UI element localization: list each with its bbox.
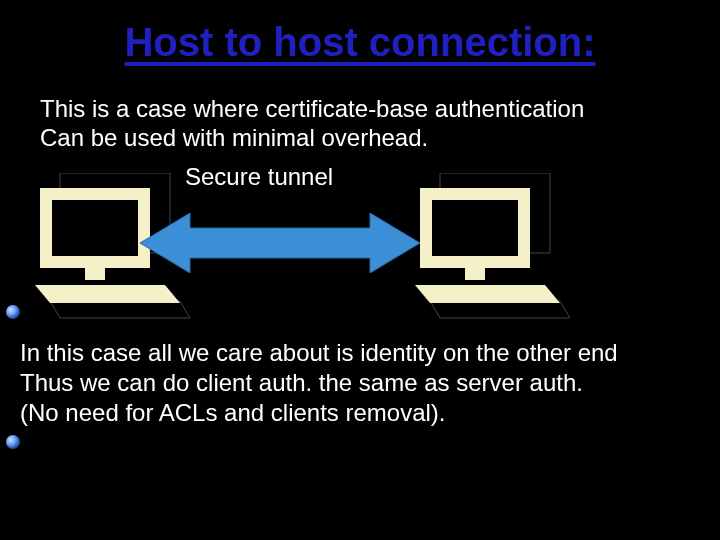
tunnel-diagram: Secure tunnel (0, 163, 720, 333)
conclusion-line-1: In this case all we care about is identi… (20, 339, 618, 366)
intro-line-1: This is a case where certificate-base au… (40, 95, 584, 122)
secure-tunnel-double-arrow-icon (140, 213, 420, 273)
svg-rect-3 (85, 268, 105, 280)
tunnel-label: Secure tunnel (185, 163, 333, 191)
svg-marker-5 (35, 285, 180, 303)
host-right-computer-icon (410, 173, 570, 323)
conclusion-paragraph: In this case all we care about is identi… (20, 338, 700, 428)
bullet-icon (6, 435, 20, 449)
svg-marker-11 (430, 301, 570, 318)
intro-line-2: Can be used with minimal overhead. (40, 124, 428, 151)
svg-marker-6 (140, 213, 420, 273)
svg-rect-10 (465, 268, 485, 280)
svg-rect-9 (432, 200, 518, 256)
svg-rect-2 (52, 200, 138, 256)
intro-paragraph: This is a case where certificate-base au… (40, 95, 680, 153)
conclusion-line-2: Thus we can do client auth. the same as … (20, 369, 583, 396)
slide-title: Host to host connection: (0, 0, 720, 65)
conclusion-line-3: (No need for ACLs and clients removal). (20, 399, 446, 426)
svg-marker-12 (415, 285, 560, 303)
svg-marker-4 (50, 301, 190, 318)
